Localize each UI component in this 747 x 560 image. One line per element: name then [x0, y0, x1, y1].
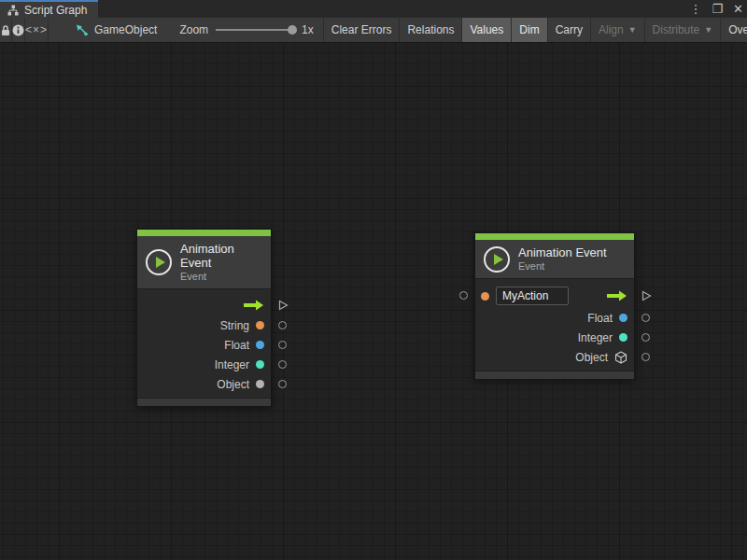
info-button[interactable]: [12, 18, 25, 42]
port-row-integer: Integer: [137, 355, 271, 374]
port-label: Integer: [215, 358, 249, 371]
align-button[interactable]: Align ▼: [590, 18, 644, 42]
port-label: String: [220, 319, 249, 332]
flow-port[interactable]: [641, 290, 652, 301]
flow-port[interactable]: [277, 300, 289, 311]
name-input-port[interactable]: [459, 291, 468, 300]
carry-label: Carry: [556, 23, 583, 36]
port-label: Object: [575, 351, 608, 364]
distribute-button[interactable]: Distribute ▼: [644, 18, 721, 42]
object-port[interactable]: [278, 380, 287, 388]
gameobject-label: GameObject: [94, 23, 157, 36]
string-port[interactable]: [278, 321, 287, 329]
node-accent-bar: [137, 230, 271, 236]
node-subtitle: Event: [518, 260, 607, 273]
port-row-object: Object: [137, 374, 271, 394]
distribute-label: Distribute: [653, 23, 700, 36]
node-body: Float Integer Object: [475, 279, 634, 371]
lock-icon: [0, 24, 11, 36]
zoom-value: 1x: [302, 23, 314, 36]
port-row-integer: Integer: [475, 328, 634, 347]
script-graph-window: Script Graph ⋮ ❐ ✕ <×>: [0, 0, 747, 560]
graph-toolbar: <×> GameObject Zoom 1x Clear Errors Rela…: [0, 18, 747, 43]
relations-label: Relations: [407, 23, 454, 36]
node-footer: [137, 398, 271, 406]
float-port[interactable]: [641, 314, 650, 322]
cube-icon: [614, 351, 627, 364]
align-label: Align: [599, 23, 624, 36]
zoom-control: Zoom 1x: [179, 18, 313, 42]
graph-icon: [7, 5, 19, 16]
tab-strip: Script Graph ⋮ ❐ ✕: [0, 0, 747, 18]
node-header: Animation Event Event: [137, 236, 271, 289]
zoom-slider-thumb[interactable]: [288, 25, 297, 35]
code-brackets-icon: <×>: [25, 23, 48, 36]
relations-button[interactable]: Relations: [399, 18, 461, 42]
gameobject-pointer-icon: [75, 23, 88, 36]
port-label: Integer: [578, 331, 613, 344]
integer-port[interactable]: [641, 333, 650, 342]
node-body: String Float Integer Object: [137, 289, 271, 398]
tab-title: Script Graph: [24, 4, 87, 17]
object-port[interactable]: [641, 353, 650, 361]
lock-button[interactable]: [0, 18, 12, 42]
dim-button[interactable]: Dim: [511, 18, 546, 42]
port-row-float: Float: [475, 308, 634, 328]
port-row-float: Float: [137, 335, 271, 355]
node-title: Animation Event: [180, 242, 261, 270]
flow-arrow-icon: [243, 300, 264, 311]
clear-errors-button[interactable]: Clear Errors: [323, 18, 400, 42]
animation-event-node-1[interactable]: Animation Event Event String: [136, 229, 272, 407]
clear-errors-label: Clear Errors: [331, 23, 392, 36]
name-port-dot: [481, 292, 489, 301]
float-port-dot: [256, 341, 264, 349]
port-row-object: Object: [475, 347, 634, 367]
zoom-label: Zoom: [179, 23, 208, 36]
port-label: Float: [224, 339, 249, 352]
object-port-dot: [256, 380, 264, 388]
gameobject-context[interactable]: GameObject: [75, 18, 157, 42]
port-label: Object: [217, 378, 249, 391]
float-port-dot: [619, 314, 627, 322]
overview-button[interactable]: Overview: [720, 18, 747, 42]
values-button[interactable]: Values: [461, 18, 511, 42]
info-icon: [12, 24, 24, 36]
window-menu-icon[interactable]: ⋮: [689, 3, 701, 15]
flow-output-row: [137, 294, 271, 315]
node-subtitle: Event: [180, 271, 261, 283]
values-label: Values: [470, 23, 503, 36]
port-row-string: String: [137, 315, 271, 335]
window-maximize-icon[interactable]: ❐: [712, 3, 723, 15]
node-title: Animation Event: [518, 245, 607, 259]
node-footer: [475, 371, 634, 379]
chevron-down-icon: ▼: [704, 25, 712, 35]
carry-button[interactable]: Carry: [547, 18, 590, 42]
dim-label: Dim: [519, 23, 539, 36]
tab-script-graph[interactable]: Script Graph: [0, 0, 98, 18]
flow-arrow-icon: [606, 290, 627, 301]
event-name-input[interactable]: [496, 287, 569, 305]
node-header: Animation Event Event: [475, 240, 634, 279]
integer-port-dot: [256, 360, 264, 369]
event-play-icon: [484, 246, 510, 273]
toolbar-buttons: Clear Errors Relations Values Dim Carry …: [323, 18, 747, 42]
chevron-down-icon: ▼: [628, 25, 637, 35]
window-close-icon[interactable]: ✕: [733, 3, 743, 15]
port-label: Float: [587, 312, 613, 325]
event-name-row: [475, 284, 634, 308]
string-port-dot: [256, 321, 264, 329]
graph-canvas[interactable]: Animation Event Event String: [0, 43, 747, 560]
zoom-slider[interactable]: [216, 29, 294, 31]
window-controls: ⋮ ❐ ✕: [689, 0, 743, 18]
overview-label: Overview: [728, 23, 747, 36]
integer-port-dot: [619, 333, 627, 342]
float-port[interactable]: [278, 341, 287, 349]
animation-event-node-2[interactable]: Animation Event Event Float: [474, 232, 635, 380]
code-preview-button[interactable]: <×>: [25, 18, 49, 42]
integer-port[interactable]: [278, 360, 287, 369]
node-accent-bar: [475, 233, 634, 240]
event-play-icon: [146, 249, 172, 275]
